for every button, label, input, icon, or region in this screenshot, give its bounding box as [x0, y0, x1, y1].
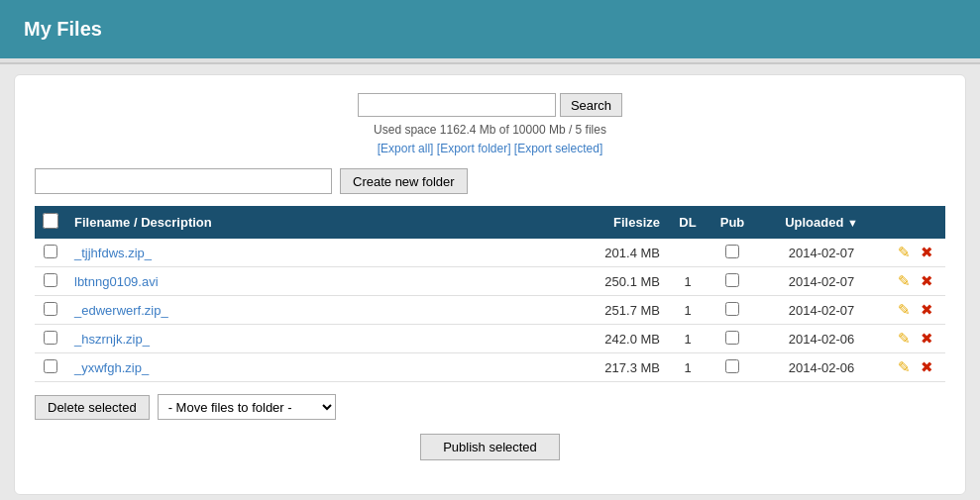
- row-pub-checkbox[interactable]: [725, 273, 739, 287]
- row-filesize: 250.1 MB: [569, 267, 668, 296]
- row-filesize: 251.7 MB: [569, 296, 668, 325]
- row-filename: lbtnng0109.avi: [66, 267, 569, 296]
- actions-row: Delete selected - Move files to folder -: [35, 394, 945, 420]
- row-pub: [708, 239, 757, 267]
- header-filename-label: Filename / Description: [74, 215, 212, 230]
- header-pub: Pub: [708, 206, 757, 239]
- table-row: _yxwfgh.zip_ 217.3 MB 1 2014-02-06 ✎ ✖: [35, 353, 945, 382]
- row-pub: [708, 325, 757, 353]
- row-dl: 1: [668, 296, 708, 325]
- row-checkbox[interactable]: [44, 359, 57, 373]
- row-checkbox-cell: [35, 239, 66, 267]
- row-pub-checkbox[interactable]: [725, 359, 739, 373]
- row-checkbox-cell: [35, 296, 66, 325]
- table-header-row: Filename / Description Filesize DL Pub U…: [35, 206, 945, 239]
- row-checkbox[interactable]: [44, 273, 57, 287]
- delete-icon[interactable]: ✖: [921, 358, 933, 376]
- row-filename: _hszrnjk.zip_: [66, 325, 569, 353]
- row-actions: ✎ ✖: [886, 296, 945, 325]
- header-actions: [886, 206, 945, 239]
- edit-icon[interactable]: ✎: [898, 301, 911, 319]
- row-pub-checkbox[interactable]: [725, 245, 739, 258]
- table-row: _hszrnjk.zip_ 242.0 MB 1 2014-02-06 ✎ ✖: [35, 325, 945, 353]
- file-link[interactable]: lbtnng0109.avi: [74, 274, 159, 289]
- move-to-folder-select[interactable]: - Move files to folder -: [158, 394, 336, 420]
- header-filename: Filename / Description: [66, 206, 569, 239]
- page-title: My Files: [24, 18, 956, 41]
- page-header: My Files: [0, 0, 980, 58]
- delete-icon[interactable]: ✖: [921, 244, 933, 261]
- header-dl: DL: [668, 206, 708, 239]
- row-dl: 1: [668, 325, 708, 353]
- row-actions: ✎ ✖: [886, 267, 945, 296]
- header-uploaded-label: Uploaded: [785, 215, 843, 230]
- row-pub: [708, 353, 757, 382]
- row-pub: [708, 267, 757, 296]
- row-actions: ✎ ✖: [886, 325, 945, 353]
- export-selected-link[interactable]: [Export selected]: [514, 142, 602, 155]
- header-checkbox-cell: [35, 206, 66, 239]
- row-checkbox[interactable]: [44, 331, 57, 345]
- row-checkbox[interactable]: [44, 302, 57, 316]
- top-divider: [0, 58, 980, 64]
- table-row: _edwerwerf.zip_ 251.7 MB 1 2014-02-07 ✎ …: [35, 296, 945, 325]
- file-link[interactable]: _yxwfgh.zip_: [74, 360, 149, 375]
- row-dl: [668, 239, 708, 267]
- row-filename: _yxwfgh.zip_: [66, 353, 569, 382]
- row-date: 2014-02-07: [757, 267, 886, 296]
- row-checkbox[interactable]: [44, 245, 57, 258]
- search-input[interactable]: [358, 93, 556, 117]
- row-checkbox-cell: [35, 267, 66, 296]
- row-dl: 1: [668, 353, 708, 382]
- file-link[interactable]: _edwerwerf.zip_: [74, 303, 168, 318]
- usage-text: Used space 1162.4 Mb of 10000 Mb / 5 fil…: [374, 123, 606, 137]
- export-all-link[interactable]: [Export all]: [378, 142, 434, 155]
- export-folder-link[interactable]: [Export folder]: [437, 142, 511, 155]
- row-date: 2014-02-07: [757, 296, 886, 325]
- row-filesize: 217.3 MB: [569, 353, 668, 382]
- row-date: 2014-02-06: [757, 325, 886, 353]
- files-table: Filename / Description Filesize DL Pub U…: [35, 206, 945, 382]
- row-checkbox-cell: [35, 325, 66, 353]
- edit-icon[interactable]: ✎: [898, 358, 911, 376]
- publish-row: Publish selected: [35, 434, 945, 460]
- table-row: _tjjhfdws.zip_ 201.4 MB 2014-02-07 ✎ ✖: [35, 239, 945, 267]
- header-filesize-label: Filesize: [613, 215, 660, 230]
- delete-icon[interactable]: ✖: [921, 272, 933, 290]
- delete-icon[interactable]: ✖: [921, 301, 933, 319]
- row-pub-checkbox[interactable]: [725, 331, 739, 345]
- delete-selected-button[interactable]: Delete selected: [35, 395, 150, 420]
- file-link[interactable]: _tjjhfdws.zip_: [74, 246, 152, 260]
- row-filesize: 201.4 MB: [569, 239, 668, 267]
- publish-selected-button[interactable]: Publish selected: [420, 434, 560, 460]
- row-actions: ✎ ✖: [886, 239, 945, 267]
- row-pub-checkbox[interactable]: [725, 302, 739, 316]
- search-row: Search: [358, 93, 622, 117]
- main-content: Search Used space 1162.4 Mb of 10000 Mb …: [14, 74, 966, 495]
- header-filesize: Filesize: [569, 206, 668, 239]
- table-row: lbtnng0109.avi 250.1 MB 1 2014-02-07 ✎ ✖: [35, 267, 945, 296]
- row-date: 2014-02-07: [757, 239, 886, 267]
- search-area: Search Used space 1162.4 Mb of 10000 Mb …: [35, 93, 945, 158]
- row-filename: _tjjhfdws.zip_: [66, 239, 569, 267]
- folder-name-input[interactable]: [35, 168, 332, 194]
- folder-row: Create new folder: [35, 168, 945, 194]
- row-checkbox-cell: [35, 353, 66, 382]
- header-pub-label: Pub: [720, 215, 745, 230]
- edit-icon[interactable]: ✎: [898, 330, 911, 348]
- row-actions: ✎ ✖: [886, 353, 945, 382]
- create-folder-button[interactable]: Create new folder: [340, 168, 468, 194]
- usage-info: Used space 1162.4 Mb of 10000 Mb / 5 fil…: [374, 121, 606, 158]
- delete-icon[interactable]: ✖: [921, 330, 933, 348]
- search-button[interactable]: Search: [560, 93, 622, 117]
- header-uploaded: Uploaded ▼: [757, 206, 886, 239]
- sort-arrow-icon: ▼: [847, 217, 858, 229]
- row-date: 2014-02-06: [757, 353, 886, 382]
- file-link[interactable]: _hszrnjk.zip_: [74, 332, 150, 347]
- row-dl: 1: [668, 267, 708, 296]
- header-dl-label: DL: [679, 215, 696, 230]
- edit-icon[interactable]: ✎: [898, 272, 911, 290]
- row-pub: [708, 296, 757, 325]
- select-all-checkbox[interactable]: [43, 213, 58, 229]
- edit-icon[interactable]: ✎: [898, 244, 911, 261]
